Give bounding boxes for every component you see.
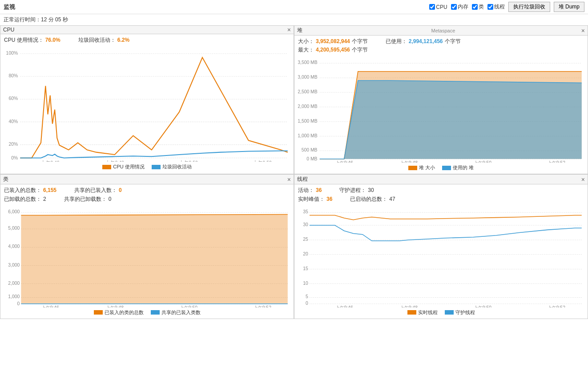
class-legend-loaded: 已装入的类的总数 [94,309,144,316]
svg-text:0: 0 [17,301,20,306]
cpu-usage-label: CPU 使用情况： [4,36,44,44]
svg-text:0: 0 [306,301,308,306]
svg-text:上午9:50: 上午9:50 [474,305,492,307]
cpu-usage-value: 76.0% [45,36,60,44]
class-shared-loaded-label: 共享的已装入数： [74,186,117,195]
class-shared-unloaded-value: 0 [109,195,112,203]
class-panel-close[interactable]: × [287,176,291,183]
svg-text:3,500 MB: 3,500 MB [298,60,318,65]
heap-size-value: 3,952,082,944 [316,37,350,46]
heap-max-unit: 个字节 [352,46,368,54]
cpu-legend-gc: 垃圾回收活动 [152,164,192,170]
svg-text:2,000 MB: 2,000 MB [298,104,318,109]
cpu-legend-gc-text: 垃圾回收活动 [162,164,192,170]
svg-text:0%: 0% [11,155,18,160]
heap-panel-stats: 大小： 3,952,082,944 个字节 已使用： 2,994,121,456… [294,36,588,56]
heap-dump-button[interactable]: 堆 Dump [554,2,584,12]
class-shared-loaded-value: 0 [119,186,122,195]
cpu-panel-header: CPU × [0,26,294,34]
svg-text:上午9:52: 上午9:52 [254,305,272,307]
heap-size-label: 大小： [298,37,314,46]
heap-panel-header: 堆 Metaspace × [294,26,588,36]
heap-max-label: 最大： [298,46,314,54]
svg-text:3,000: 3,000 [8,262,20,267]
thread-legend-live-text: 实时线程 [418,309,438,316]
svg-text:1,500 MB: 1,500 MB [298,119,318,124]
class-checkbox-text: 类 [479,3,484,11]
svg-text:1,000 MB: 1,000 MB [298,133,318,138]
svg-marker-37 [320,81,582,159]
svg-text:上午9:52: 上午9:52 [548,161,566,163]
svg-text:0 MB: 0 MB [306,156,317,161]
class-legend-color-orange [94,310,103,315]
thread-legend-daemon: 守护线程 [445,309,475,316]
heap-legend-size: 堆 大小 [408,164,435,171]
heap-panel-close[interactable]: × [581,28,585,34]
mem-checkbox-label[interactable]: 内存 [451,3,468,11]
heap-chart-svg: 3,500 MB 3,000 MB 2,500 MB 2,000 MB 1,50… [298,58,584,163]
svg-text:40%: 40% [8,119,18,124]
thread-active-value: 36 [316,186,322,195]
class-panel-header: 类 × [0,175,294,184]
cpu-panel-close[interactable]: × [287,27,291,33]
thread-chart-area: 35 30 25 20 15 10 5 0 上午9:46 上午9:48 [294,205,588,307]
uptime-bar: 正常运行时间：12 分 05 秒 [0,14,588,25]
svg-text:上午9:46: 上午9:46 [335,305,354,307]
svg-text:10: 10 [303,280,308,285]
class-loaded-value: 6,155 [43,186,56,195]
cpu-checkbox-label[interactable]: CPU [429,4,447,10]
svg-text:4,000: 4,000 [8,244,20,249]
svg-text:20%: 20% [8,141,18,147]
cpu-legend-cpu-text: CPU 使用情况 [113,164,144,170]
uptime-value: 12 分 05 秒 [41,16,68,23]
thread-peak-label: 实时峰值： [298,195,325,203]
svg-text:上午9:46: 上午9:46 [41,160,60,162]
svg-text:15: 15 [303,266,308,271]
svg-text:30: 30 [303,222,308,227]
svg-text:500 MB: 500 MB [302,148,318,153]
thread-panel-close[interactable]: × [581,176,585,183]
class-unloaded-value: 2 [43,195,46,203]
thread-peak-value: 36 [326,195,332,203]
heap-legend-used-text: 使用的 堆 [453,164,474,171]
heap-legend-used: 使用的 堆 [442,164,474,171]
thread-checkbox-text: 线程 [494,3,505,11]
cpu-panel-stats: CPU 使用情况： 76.0% 垃圾回收活动： 6.2% [0,34,294,46]
svg-text:上午9:50: 上午9:50 [474,161,492,163]
cpu-legend-color-blue [152,165,161,169]
class-unloaded-label: 已卸载的总数： [4,195,41,203]
cpu-panel: CPU × CPU 使用情况： 76.0% 垃圾回收活动： 6.2% 100% … [0,25,294,174]
gc-button[interactable]: 执行垃圾回收 [508,2,550,12]
svg-marker-56 [21,214,287,303]
svg-text:6,000: 6,000 [8,209,20,214]
class-checkbox[interactable] [472,4,478,10]
svg-text:3,000 MB: 3,000 MB [298,75,318,80]
thread-active-label: 活动： [298,186,314,195]
heap-legend-color-orange [408,166,417,170]
svg-text:上午9:48: 上午9:48 [106,305,124,307]
thread-checkbox-label[interactable]: 线程 [487,3,505,11]
class-checkbox-label[interactable]: 类 [472,3,484,11]
svg-text:5: 5 [306,294,308,299]
heap-panel-tab[interactable]: Metaspace [431,28,455,33]
mem-checkbox[interactable] [451,4,457,10]
class-legend: 已装入的类的总数 共享的已装入类数 [0,307,294,319]
gc-activity-value: 6.2% [117,36,129,44]
uptime-label: 正常运行时间： [4,16,41,23]
svg-text:2,500 MB: 2,500 MB [298,89,318,94]
cpu-legend-cpu: CPU 使用情况 [102,164,144,170]
svg-text:80%: 80% [8,73,18,78]
class-chart-area: 6,000 5,000 4,000 3,000 2,000 1,000 0 上午… [0,205,294,307]
svg-text:上午9:52: 上午9:52 [253,160,272,162]
thread-checkbox[interactable] [487,4,493,10]
svg-text:20: 20 [303,251,308,256]
thread-started-value: 47 [389,195,395,203]
class-shared-unloaded-label: 共享的已卸载数： [64,195,107,203]
heap-panel: 堆 Metaspace × 大小： 3,952,082,944 个字节 已使用：… [294,25,588,174]
monitor-title: 监视 [4,3,15,11]
thread-panel-title: 线程 [297,176,308,183]
class-legend-shared: 共享的已装入类数 [151,309,201,316]
thread-legend-color-blue [445,310,454,315]
svg-text:上午9:48: 上午9:48 [400,305,418,307]
cpu-checkbox[interactable] [429,4,435,10]
